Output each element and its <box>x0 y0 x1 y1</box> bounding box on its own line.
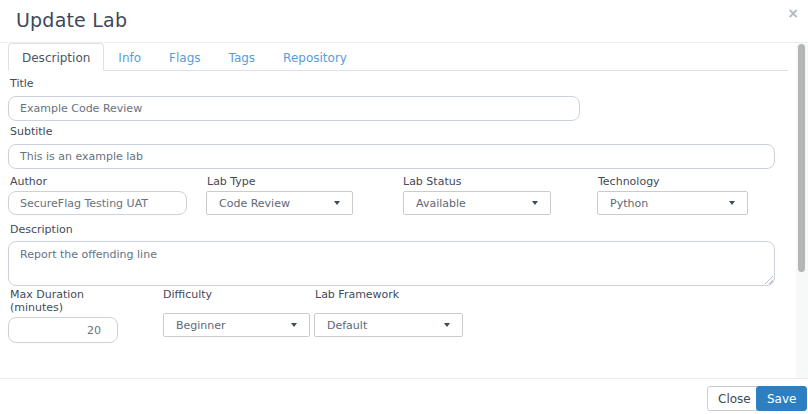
author-label: Author <box>10 175 47 188</box>
technology-label: Technology <box>598 175 660 188</box>
description-label: Description <box>10 223 73 236</box>
difficulty-value: Beginner <box>176 319 226 332</box>
subtitle-label: Subtitle <box>10 125 52 138</box>
chevron-down-icon <box>444 323 450 327</box>
technology-select[interactable]: Python <box>597 191 748 215</box>
lab-framework-label: Lab Framework <box>315 288 399 301</box>
chevron-down-icon <box>729 201 735 205</box>
footer-divider <box>0 378 808 379</box>
save-button[interactable]: Save <box>756 386 807 411</box>
tab-description[interactable]: Description <box>8 43 104 71</box>
max-duration-label: Max Duration <box>10 288 84 301</box>
lab-status-label: Lab Status <box>403 175 461 188</box>
tab-flags[interactable]: Flags <box>155 43 214 71</box>
lab-status-select[interactable]: Available <box>403 191 551 215</box>
tab-repository[interactable]: Repository <box>269 43 361 71</box>
difficulty-select[interactable]: Beginner <box>163 313 310 337</box>
close-icon[interactable]: × <box>785 4 801 22</box>
title-label: Title <box>10 77 34 90</box>
page-title: Update Lab <box>16 9 127 31</box>
technology-value: Python <box>610 197 648 210</box>
title-input[interactable] <box>8 96 580 121</box>
lab-framework-value: Default <box>327 319 367 332</box>
lab-framework-select[interactable]: Default <box>314 313 463 337</box>
tab-tags[interactable]: Tags <box>215 43 270 71</box>
subtitle-input[interactable] <box>8 144 775 169</box>
max-duration-label-line2: (minutes) <box>10 301 63 314</box>
close-button[interactable]: Close <box>707 386 762 411</box>
chevron-down-icon <box>532 201 538 205</box>
lab-type-label: Lab Type <box>207 175 256 188</box>
author-input[interactable] <box>8 191 187 215</box>
tab-info[interactable]: Info <box>104 43 155 71</box>
chevron-down-icon <box>334 201 340 205</box>
lab-type-value: Code Review <box>219 197 290 210</box>
scrollbar-thumb[interactable] <box>798 44 805 272</box>
lab-status-value: Available <box>416 197 466 210</box>
chevron-down-icon <box>291 323 297 327</box>
tab-bar: Description Info Flags Tags Repository <box>8 43 788 71</box>
description-textarea[interactable]: Report the offending line <box>8 241 775 286</box>
lab-type-select[interactable]: Code Review <box>206 191 353 215</box>
difficulty-label: Difficulty <box>163 288 212 301</box>
max-duration-input[interactable] <box>8 317 118 343</box>
